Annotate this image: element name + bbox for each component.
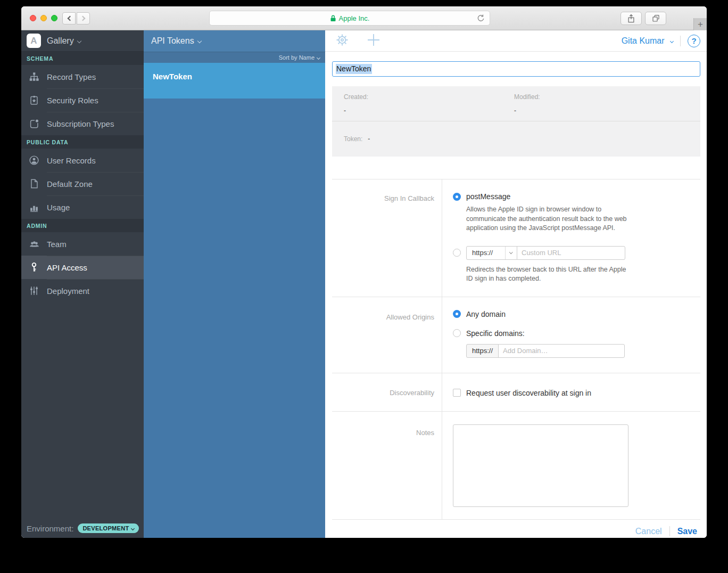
address-bar[interactable]: Apple Inc. <box>209 11 490 26</box>
token-list-title-dropdown[interactable]: API Tokens <box>144 30 325 52</box>
token-detail-panel: Gita Kumar ? NewToken Created: - <box>325 30 707 538</box>
notes-section: Notes <box>332 412 700 520</box>
question-mark-icon: ? <box>691 36 696 45</box>
sidebar-item-label: Default Zone <box>47 179 93 189</box>
app-title: Gallery <box>47 36 74 46</box>
user-menu[interactable]: Gita Kumar <box>622 36 673 46</box>
tabs-button[interactable] <box>645 12 666 25</box>
selected-text: NewToken <box>336 64 372 74</box>
window-controls <box>30 15 57 21</box>
notes-label: Notes <box>332 412 442 519</box>
plus-icon <box>367 33 380 47</box>
add-domain-input[interactable] <box>498 344 625 358</box>
custom-url-description: Redirects the browser back to this URL a… <box>466 265 634 284</box>
sidebar-item-user-records[interactable]: User Records <box>21 149 144 172</box>
lock-icon <box>330 15 336 22</box>
sidebar-item-label: Record Types <box>47 72 96 81</box>
sliders-icon <box>28 284 40 297</box>
discoverability-section: Discoverability Request user discoverabi… <box>332 373 700 412</box>
sidebar-item-record-types[interactable]: Record Types <box>21 65 144 88</box>
divider <box>669 526 670 536</box>
discoverability-checkbox-label: Request user discoverability at sign in <box>466 389 591 397</box>
sidebar-group-schema: SCHEMA <box>21 52 144 65</box>
any-domain-radio[interactable] <box>453 310 461 318</box>
environment-selector[interactable]: DEVELOPMENT <box>78 523 139 533</box>
key-icon <box>28 261 40 274</box>
browser-toolbar: Apple Inc. + <box>21 6 707 30</box>
nav-buttons <box>62 12 90 24</box>
reload-button[interactable] <box>476 14 485 25</box>
sidebar-item-label: API Access <box>47 263 87 272</box>
scheme-value: https:// <box>467 249 505 257</box>
app-switcher[interactable]: A Gallery <box>21 30 144 52</box>
sidebar-item-deployment[interactable]: Deployment <box>21 279 144 302</box>
settings-button[interactable] <box>336 34 349 48</box>
form-footer: Cancel Save <box>332 520 700 538</box>
custom-url-radio[interactable] <box>453 249 461 257</box>
token-label: Token: <box>344 135 362 143</box>
chevron-down-icon <box>670 39 674 43</box>
chevron-down-icon <box>77 38 81 43</box>
detail-toolbar: Gita Kumar ? <box>325 30 707 52</box>
sidebar-item-team[interactable]: Team <box>21 232 144 256</box>
sort-label: Sort by Name <box>279 54 315 61</box>
security-roles-icon <box>28 94 40 107</box>
post-message-description: Allows the Apple ID sign in browser wind… <box>466 205 634 233</box>
toolbar-buttons <box>621 12 666 25</box>
sidebar-item-label: Team <box>47 240 67 249</box>
gear-icon <box>336 34 349 46</box>
sign-in-callback-section: Sign In Callback postMessage Allows the … <box>332 179 700 297</box>
token-value: - <box>368 135 370 143</box>
sidebar: A Gallery SCHEMA Record Types Security R… <box>21 30 144 538</box>
plus-glyph: + <box>698 19 703 30</box>
discoverability-checkbox[interactable] <box>453 389 461 397</box>
chevron-left-icon <box>67 16 72 21</box>
record-types-icon <box>28 70 40 83</box>
post-message-radio[interactable] <box>453 193 461 201</box>
add-token-button[interactable] <box>367 33 380 49</box>
token-list-item[interactable]: NewToken <box>144 63 325 99</box>
chevron-down-icon <box>197 39 201 43</box>
zoom-window-button[interactable] <box>51 15 57 21</box>
new-tab-button[interactable]: + <box>693 18 707 30</box>
team-icon <box>28 238 40 250</box>
minimize-window-button[interactable] <box>40 15 47 21</box>
notes-textarea[interactable] <box>453 424 628 507</box>
token-list-panel: API Tokens Sort by Name NewToken <box>144 30 325 538</box>
sidebar-item-default-zone[interactable]: Default Zone <box>21 172 144 195</box>
close-window-button[interactable] <box>30 15 36 21</box>
sidebar-item-security-roles[interactable]: Security Roles <box>21 88 144 112</box>
back-button[interactable] <box>62 12 76 24</box>
app-icon: A <box>27 34 41 48</box>
environment-bar: Environment: DEVELOPMENT <box>21 519 144 538</box>
chevron-down-icon <box>131 526 135 530</box>
chevron-down-icon <box>505 247 517 259</box>
domain-scheme-prefix: https:// <box>466 344 499 358</box>
created-label: Created: <box>344 93 514 101</box>
sidebar-item-api-access[interactable]: API Access <box>21 256 144 279</box>
save-button[interactable]: Save <box>677 527 697 536</box>
custom-url-input[interactable] <box>517 246 625 260</box>
share-button[interactable] <box>621 12 642 25</box>
specific-domains-radio[interactable] <box>453 329 461 337</box>
modified-value: - <box>514 107 684 114</box>
environment-value: DEVELOPMENT <box>82 525 129 531</box>
default-zone-icon <box>28 177 40 190</box>
reload-icon <box>476 14 485 23</box>
cancel-button[interactable]: Cancel <box>635 527 662 536</box>
forward-button[interactable] <box>77 12 90 24</box>
token-name-input[interactable]: NewToken <box>332 61 700 77</box>
sidebar-item-usage[interactable]: Usage <box>21 195 144 219</box>
any-domain-label: Any domain <box>466 310 506 318</box>
sidebar-item-label: Usage <box>47 203 70 212</box>
sidebar-group-admin: ADMIN <box>21 219 144 232</box>
scheme-select[interactable]: https:// <box>466 246 517 260</box>
sidebar-item-label: Security Roles <box>47 96 98 105</box>
sort-control[interactable]: Sort by Name <box>144 52 325 63</box>
sidebar-item-label: Subscription Types <box>47 119 114 128</box>
post-message-label: postMessage <box>466 192 510 201</box>
user-name: Gita Kumar <box>622 36 665 45</box>
sidebar-item-subscription-types[interactable]: Subscription Types <box>21 112 144 135</box>
discoverability-label: Discoverability <box>332 373 442 411</box>
help-button[interactable]: ? <box>688 35 700 47</box>
